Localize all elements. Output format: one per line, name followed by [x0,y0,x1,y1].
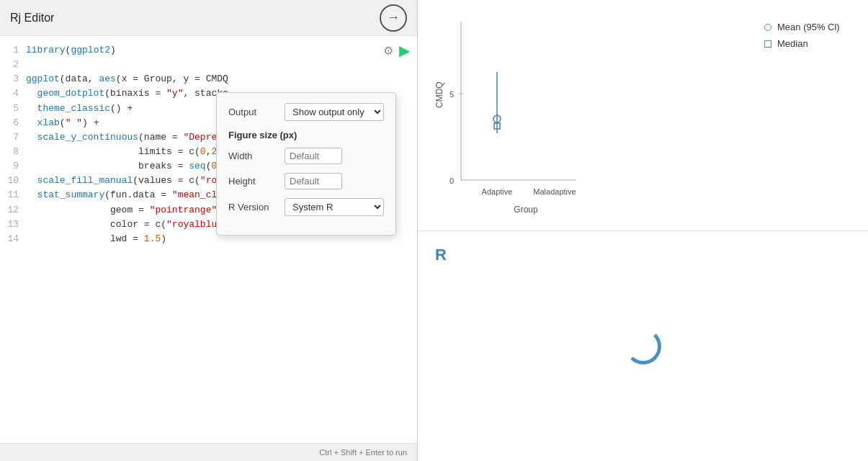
legend-circle-icon [764,24,771,31]
height-label: Height [228,176,279,187]
play-button[interactable]: ▶ [399,42,410,59]
loading-area: R [418,230,868,461]
svg-text:0: 0 [449,176,454,185]
figure-size-title: Figure size (px) [228,130,384,140]
plot-area: CMDQ 5 0 Adaptive Maladaptive Group [418,0,868,230]
editor-header: Rj Editor → [0,0,417,36]
svg-text:Group: Group [514,205,538,215]
legend-median: Median [764,38,808,49]
r-version-label: R Version [228,202,279,212]
right-panel: CMDQ 5 0 Adaptive Maladaptive Group [418,0,868,461]
code-line: 2 [0,58,417,72]
width-input[interactable] [285,148,342,164]
chart-container: CMDQ 5 0 Adaptive Maladaptive Group [418,0,753,230]
arrow-right-icon: → [387,10,400,25]
height-row: Height [228,173,384,189]
y-axis-label: CMDQ [434,81,444,108]
height-input[interactable] [285,173,342,189]
code-editor[interactable]: ⚙ ▶ 1 library(ggplot2) 2 3 ggplot(data, … [0,36,417,443]
loading-spinner [625,328,661,364]
code-line: 3 ggplot(data, aes(x = Group, y = CMDQ [0,72,417,86]
legend-mean: Mean (95% Cl) [764,22,840,32]
svg-text:Adaptive: Adaptive [482,187,513,196]
chart-svg: CMDQ 5 0 Adaptive Maladaptive Group [432,7,591,223]
r-version-select[interactable]: System R [285,198,384,216]
footer-hint: Ctrl + Shift + Enter to run [319,448,407,457]
play-icon: ▶ [399,42,410,58]
legend-median-label: Median [777,38,808,49]
output-label: Output [228,107,279,117]
output-row: Output Show output only Show all output … [228,103,384,121]
code-line: 1 library(ggplot2) [0,43,417,58]
width-label: Width [228,151,279,161]
r-label: R [435,246,447,264]
settings-popup: Output Show output only Show all output … [216,92,396,236]
output-select[interactable]: Show output only Show all output Hide ou… [285,103,384,121]
code-toolbar: ⚙ ▶ [383,42,410,59]
legend-mean-label: Mean (95% Cl) [777,22,840,32]
svg-text:Maladaptive: Maladaptive [533,187,576,196]
r-version-row: R Version System R [228,198,384,216]
run-button[interactable]: → [380,4,407,32]
legend-square-icon [764,40,771,48]
width-row: Width [228,148,384,164]
rj-editor-panel: Rj Editor → ⚙ ▶ 1 library(ggplot2) 2 [0,0,418,461]
legend-area: Mean (95% Cl) Median [753,0,868,230]
gear-icon: ⚙ [383,45,393,57]
settings-button[interactable]: ⚙ [383,44,393,58]
svg-text:5: 5 [449,90,454,99]
editor-title: Rj Editor [10,12,54,24]
editor-footer: Ctrl + Shift + Enter to run [0,443,417,461]
